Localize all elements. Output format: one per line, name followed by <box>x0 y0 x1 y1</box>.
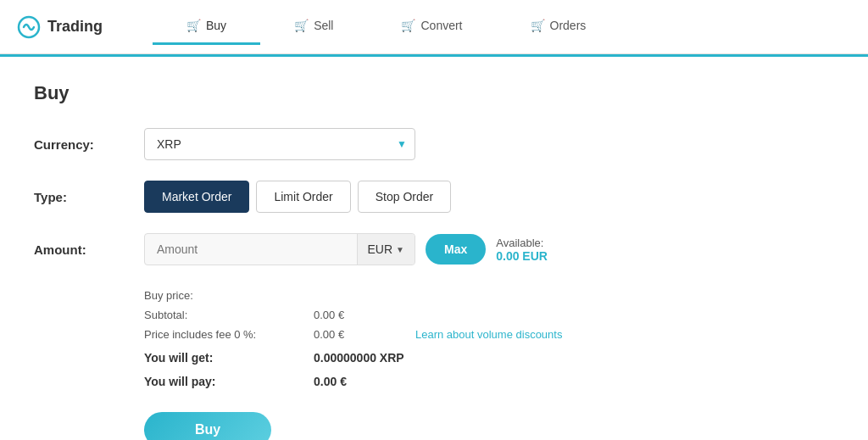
currency-label: Currency: <box>34 137 144 152</box>
available-info: Available: 0.00 EUR <box>496 237 548 263</box>
amount-label: Amount: <box>34 242 144 257</box>
limit-order-button[interactable]: Limit Order <box>256 181 350 213</box>
logo-icon <box>17 15 41 39</box>
buy-price-label: Buy price: <box>144 289 314 302</box>
header: Trading 🛒 Buy 🛒 Sell 🛒 Convert 🛒 Orders <box>0 0 868 54</box>
tab-sell-label: Sell <box>314 19 333 32</box>
tab-orders[interactable]: 🛒 Orders <box>497 8 620 45</box>
amount-currency-selector[interactable]: EUR ▼ <box>357 234 415 265</box>
buy-button-wrapper: Buy <box>144 412 834 440</box>
main-content: Buy Currency: XRP ▼ Type: Market Order L… <box>0 57 868 440</box>
tab-orders-label: Orders <box>550 19 587 32</box>
logo-text: Trading <box>47 18 103 36</box>
amount-group: Amount: EUR ▼ Max Available: 0.00 EUR <box>34 233 834 265</box>
orders-tab-icon: 🛒 <box>531 19 545 32</box>
you-will-pay-value: 0.00 € <box>314 375 415 388</box>
tabs-nav: 🛒 Buy 🛒 Sell 🛒 Convert 🛒 Orders <box>153 8 851 45</box>
amount-input-wrapper: EUR ▼ <box>144 233 415 265</box>
type-label: Type: <box>34 190 144 204</box>
available-amount: 0.00 EUR <box>496 249 548 263</box>
type-group: Type: Market Order Limit Order Stop Orde… <box>34 181 834 213</box>
buy-tab-icon: 🛒 <box>186 19 201 32</box>
logo-area: Trading <box>17 15 153 39</box>
tab-buy[interactable]: 🛒 Buy <box>153 8 260 45</box>
currency-group: Currency: XRP ▼ <box>34 128 834 160</box>
amount-input[interactable] <box>145 234 357 265</box>
fee-label: Price includes fee 0 %: <box>144 328 314 341</box>
sell-tab-icon: 🛒 <box>294 19 309 32</box>
market-order-button[interactable]: Market Order <box>144 181 249 213</box>
subtotal-row: Subtotal: 0.00 € <box>144 305 834 325</box>
convert-tab-icon: 🛒 <box>401 19 415 32</box>
you-will-get-label: You will get: <box>144 351 314 365</box>
you-will-get-value: 0.00000000 XRP <box>314 351 415 365</box>
stop-order-button[interactable]: Stop Order <box>358 181 451 213</box>
info-section: Buy price: Subtotal: 0.00 € Price includ… <box>144 286 834 392</box>
available-label: Available: <box>496 237 543 249</box>
currency-select-wrapper: XRP ▼ <box>144 128 415 160</box>
amount-currency-arrow-icon: ▼ <box>396 245 404 254</box>
fee-row: Price includes fee 0 %: 0.00 € Learn abo… <box>144 325 834 344</box>
tab-convert[interactable]: 🛒 Convert <box>367 8 496 45</box>
subtotal-value: 0.00 € <box>314 309 415 321</box>
max-button[interactable]: Max <box>426 234 486 265</box>
volume-discounts-link[interactable]: Learn about volume discounts <box>415 328 562 341</box>
subtotal-label: Subtotal: <box>144 309 314 321</box>
amount-currency-label: EUR <box>368 242 393 256</box>
fee-value: 0.00 € <box>314 328 415 341</box>
you-will-pay-label: You will pay: <box>144 375 314 388</box>
buy-button[interactable]: Buy <box>144 412 271 440</box>
you-will-get-row: You will get: 0.00000000 XRP <box>144 348 834 368</box>
amount-controls: EUR ▼ Max Available: 0.00 EUR <box>144 233 548 265</box>
currency-select[interactable]: XRP <box>144 128 415 160</box>
tab-convert-label: Convert <box>420 19 462 32</box>
order-types: Market Order Limit Order Stop Order <box>144 181 451 213</box>
tab-sell[interactable]: 🛒 Sell <box>260 8 367 45</box>
section-title: Buy <box>34 82 834 104</box>
buy-price-row: Buy price: <box>144 286 834 305</box>
tab-buy-label: Buy <box>206 19 226 32</box>
you-will-pay-row: You will pay: 0.00 € <box>144 371 834 392</box>
